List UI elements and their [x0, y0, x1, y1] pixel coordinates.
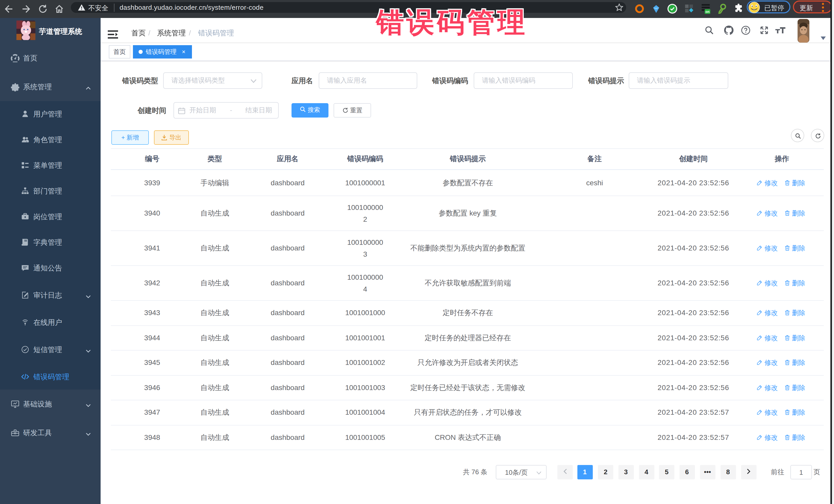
svg-text:on: on [705, 10, 709, 14]
